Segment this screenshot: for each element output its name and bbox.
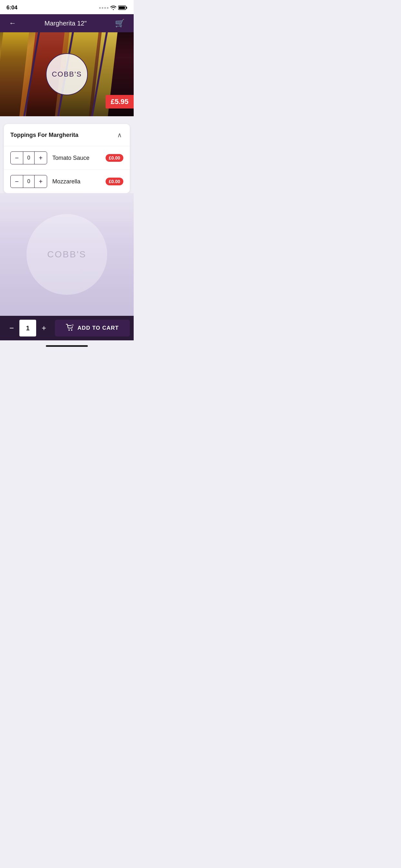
collapse-button[interactable]: ∧ — [116, 130, 123, 140]
bottom-quantity-stepper: − 1 + — [4, 320, 52, 337]
toppings-header: Toppings For Margherita ∧ — [4, 124, 130, 146]
svg-point-3 — [68, 330, 70, 331]
topping-row: − 0 + Mozzarella £0.00 — [4, 170, 130, 193]
cart-button[interactable]: 🛒 — [112, 16, 127, 30]
wifi-icon — [111, 5, 116, 10]
hero-image: COBB'S £5.95 — [0, 32, 134, 116]
brand-logo: COBB'S — [46, 53, 88, 95]
spacer — [0, 116, 134, 124]
status-icons — [99, 5, 127, 10]
page-title: Margherita 12" — [19, 20, 112, 27]
bottom-increment-button[interactable]: + — [36, 320, 52, 337]
topping-name-tomato-sauce: Tomato Sauce — [52, 155, 105, 161]
tomato-sauce-stepper: − 0 + — [10, 151, 47, 164]
svg-point-4 — [71, 330, 72, 331]
svg-rect-2 — [119, 6, 125, 9]
header-nav: ← Margherita 12" 🛒 — [0, 14, 134, 32]
home-indicator — [0, 340, 134, 351]
svg-rect-1 — [126, 7, 127, 9]
brand-name: COBB'S — [52, 70, 82, 79]
status-time: 6:04 — [6, 4, 18, 11]
bg-watermark: COBB'S — [27, 214, 107, 295]
tomato-sauce-decrement-button[interactable]: − — [11, 152, 23, 164]
mozzarella-increment-button[interactable]: + — [35, 175, 47, 188]
mozzarella-decrement-button[interactable]: − — [11, 175, 23, 188]
bottom-decrement-button[interactable]: − — [4, 320, 19, 337]
topping-price-tomato-sauce: £0.00 — [105, 154, 123, 162]
toppings-card: Toppings For Margherita ∧ − 0 + Tomato S… — [4, 124, 130, 193]
status-bar: 6:04 — [0, 0, 134, 14]
topping-row: − 0 + Tomato Sauce £0.00 — [4, 146, 130, 170]
topping-price-mozzarella: £0.00 — [105, 178, 123, 185]
mozzarella-quantity: 0 — [23, 175, 35, 188]
background-area: COBB'S — [0, 193, 134, 316]
tomato-sauce-increment-button[interactable]: + — [35, 152, 47, 164]
tomato-sauce-quantity: 0 — [23, 152, 35, 164]
home-bar — [46, 345, 88, 347]
food-strip-1 — [0, 32, 29, 116]
battery-icon — [118, 5, 127, 10]
price-badge: £5.95 — [105, 95, 134, 108]
add-to-cart-label: ADD TO CART — [78, 325, 119, 331]
bg-watermark-text: COBB'S — [47, 249, 86, 259]
back-button[interactable]: ← — [6, 17, 19, 30]
bottom-bar: − 1 + ADD TO CART — [0, 316, 134, 340]
add-to-cart-button[interactable]: ADD TO CART — [55, 320, 130, 337]
bottom-quantity-value: 1 — [19, 320, 36, 337]
toppings-title: Toppings For Margherita — [10, 132, 79, 138]
cart-add-icon — [66, 324, 74, 333]
signal-dots-icon — [99, 7, 109, 9]
topping-name-mozzarella: Mozzarella — [52, 178, 105, 185]
mozzarella-stepper: − 0 + — [10, 175, 47, 188]
